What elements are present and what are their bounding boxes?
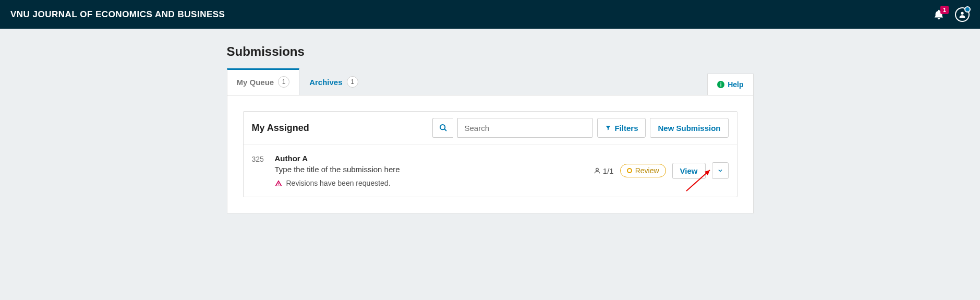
submission-actions: 1/1 Review View <box>594 154 729 187</box>
tab-count-badge: 1 <box>278 76 289 88</box>
new-submission-label: New Submission <box>658 124 720 133</box>
tab-my-queue[interactable]: My Queue 1 <box>227 68 300 95</box>
submission-author: Author A <box>275 154 594 163</box>
reviewers-text: 1/1 <box>603 166 614 175</box>
filters-label: Filters <box>614 124 638 133</box>
search-button[interactable] <box>432 118 453 138</box>
navbar: VNU JOURNAL OF ECONOMICS AND BUSINESS 1 <box>0 0 980 29</box>
svg-point-1 <box>440 125 445 129</box>
warning-icon <box>275 179 282 187</box>
tabs: My Queue 1 Archives 1 i Help <box>227 68 754 95</box>
help-button[interactable]: i Help <box>707 74 753 95</box>
submission-content: Author A Type the title of the submissio… <box>275 154 594 187</box>
stage-dot-icon <box>627 168 632 173</box>
list-title: My Assigned <box>252 123 429 134</box>
user-status-dot <box>964 6 971 13</box>
submissions-list: My Assigned Filters New Submission 325 A… <box>243 111 737 197</box>
help-label: Help <box>728 80 743 89</box>
submission-row[interactable]: 325 Author A Type the title of the submi… <box>244 144 737 197</box>
reviewers-count: 1/1 <box>594 166 614 175</box>
submission-notice: Revisions have been requested. <box>275 179 594 187</box>
info-icon: i <box>717 81 724 88</box>
notifications-button[interactable]: 1 <box>933 9 945 20</box>
tab-label: My Queue <box>237 78 274 87</box>
user-menu[interactable] <box>955 7 970 22</box>
chevron-down-icon <box>717 167 723 174</box>
list-header: My Assigned Filters New Submission <box>244 112 737 144</box>
stage-badge: Review <box>620 164 666 177</box>
svg-line-2 <box>444 129 446 131</box>
search-icon <box>439 124 447 132</box>
filter-icon <box>605 125 611 131</box>
tab-count-badge: 1 <box>347 76 358 88</box>
tab-label: Archives <box>309 78 342 87</box>
more-actions-button[interactable] <box>712 162 729 179</box>
notice-text: Revisions have been requested. <box>286 179 391 187</box>
tab-archives[interactable]: Archives 1 <box>299 68 368 95</box>
new-submission-button[interactable]: New Submission <box>650 118 728 138</box>
submission-id: 325 <box>252 154 275 187</box>
svg-point-0 <box>961 11 963 14</box>
panel: My Assigned Filters New Submission 325 A… <box>227 95 754 213</box>
stage-label: Review <box>635 166 659 175</box>
site-title[interactable]: VNU JOURNAL OF ECONOMICS AND BUSINESS <box>10 9 225 20</box>
submission-title: Type the title of the submission here <box>275 165 594 174</box>
svg-point-3 <box>596 168 598 171</box>
search-input[interactable] <box>457 118 593 138</box>
notification-badge: 1 <box>940 6 949 14</box>
page-title: Submissions <box>227 44 754 59</box>
navbar-right: 1 <box>933 7 970 22</box>
person-icon <box>594 167 601 174</box>
filters-button[interactable]: Filters <box>597 118 646 138</box>
view-button[interactable]: View <box>672 163 706 179</box>
main-container: Submissions My Queue 1 Archives 1 i Help… <box>227 29 754 239</box>
